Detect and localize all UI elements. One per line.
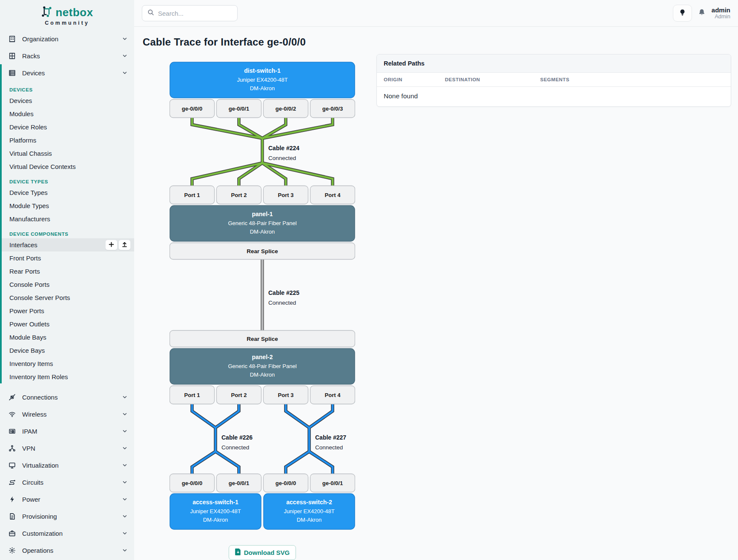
port-label: Port 1 — [184, 392, 200, 398]
sidebar-item-virtual-device-contexts[interactable]: Virtual Device Contexts — [2, 160, 134, 173]
port-label: ge-0/0/1 — [229, 106, 249, 112]
cable-label[interactable]: Cable #224 — [268, 145, 299, 151]
port-label: ge-0/0/1 — [229, 480, 249, 486]
sidebar-item-power-outlets[interactable]: Power Outlets — [2, 317, 134, 331]
cable-label[interactable]: Cable #225 — [268, 289, 299, 296]
sidebar-group-label: Circuits — [22, 479, 122, 486]
port-box-port-3[interactable]: Port 3 — [264, 186, 308, 204]
device-model: Juniper EX4200-48T — [237, 77, 287, 83]
notifications-button[interactable] — [698, 9, 706, 18]
sidebar-item-devices[interactable]: Devices — [2, 94, 134, 107]
user-menu[interactable]: admin Admin — [712, 6, 730, 20]
port-box-port-3[interactable]: Port 3 — [264, 386, 308, 404]
port-box-ge-0-0-0[interactable]: ge-0/0/0 — [170, 474, 215, 492]
chevron-down-icon — [122, 53, 127, 58]
wifi-icon — [9, 411, 16, 418]
sidebar-item-rear-ports[interactable]: Rear Ports — [2, 265, 134, 278]
sidebar-section-header: DEVICES — [2, 81, 134, 94]
sidebar-item-console-ports[interactable]: Console Ports — [2, 278, 134, 291]
port-box-ge-0-0-1[interactable]: ge-0/0/1 — [217, 474, 261, 492]
port-box-port-4[interactable]: Port 4 — [310, 386, 355, 404]
sidebar-item-modules[interactable]: Modules — [2, 107, 134, 120]
sidebar-group-label: Virtualization — [22, 462, 122, 469]
sidebar-item-console-server-ports[interactable]: Console Server Ports — [2, 291, 134, 304]
port-label: ge-0/0/3 — [322, 106, 343, 112]
sidebar-item-label: Module Types — [9, 202, 49, 209]
rack-icon — [9, 52, 16, 60]
import-interfaces-button[interactable] — [118, 240, 131, 250]
device-box-access-switch-1[interactable]: access-switch-1Juniper EX4200-48TDM-Akro… — [170, 494, 261, 529]
port-box-ge-0-0-0[interactable]: ge-0/0/0 — [170, 100, 215, 118]
device-site: DM-Akron — [203, 517, 228, 523]
cable-label[interactable]: Cable #227 — [315, 434, 346, 441]
sidebar-item-manufacturers[interactable]: Manufacturers — [2, 212, 134, 226]
device-box-panel-2[interactable]: panel-2Generic 48-Pair Fiber PanelDM-Akr… — [170, 349, 355, 384]
sidebar-item-module-types[interactable]: Module Types — [2, 199, 134, 212]
download-svg-button[interactable]: Download SVG — [229, 545, 296, 560]
sidebar-group-label: Devices — [22, 69, 122, 77]
sidebar-item-power-ports[interactable]: Power Ports — [2, 304, 134, 317]
username: admin — [712, 6, 730, 14]
port-box-port-1[interactable]: Port 1 — [170, 386, 215, 404]
sidebar-section-header: DEVICE TYPES — [2, 173, 134, 186]
cable-cable227: Cable #227Connected — [286, 404, 346, 474]
add-interface-button[interactable] — [105, 240, 118, 250]
sidebar-group-operations[interactable]: Operations — [0, 542, 134, 559]
sidebar-group-devices[interactable]: Devices — [2, 64, 134, 81]
port-box-port-2[interactable]: Port 2 — [217, 386, 261, 404]
sidebar-item-label: Inventory Items — [9, 360, 53, 367]
sidebar-group-label: Organization — [22, 35, 122, 43]
sidebar-group-ipam[interactable]: IPAM — [0, 423, 134, 440]
port-box-ge-0-0-1[interactable]: ge-0/0/1 — [217, 100, 261, 118]
rear-splice-box[interactable]: Rear Splice — [170, 243, 355, 260]
rear-splice-box[interactable]: Rear Splice — [170, 331, 355, 347]
port-box-ge-0-0-2[interactable]: ge-0/0/2 — [264, 100, 308, 118]
sidebar-group-virtualization[interactable]: Virtualization — [0, 457, 134, 474]
related-paths-header-row: OriginDestinationSegments — [377, 73, 731, 87]
chevron-down-icon — [122, 480, 127, 485]
device-model: Juniper EX4200-48T — [190, 508, 241, 514]
device-name: dist-switch-1 — [244, 67, 281, 74]
sidebar-group-circuits[interactable]: Circuits — [0, 474, 134, 491]
sidebar-group-power[interactable]: Power — [0, 491, 134, 508]
port-box-port-2[interactable]: Port 2 — [217, 186, 261, 204]
sidebar-item-device-roles[interactable]: Device Roles — [2, 120, 134, 134]
sidebar-item-platforms[interactable]: Platforms — [2, 134, 134, 147]
sidebar-item-module-bays[interactable]: Module Bays — [2, 331, 134, 344]
device-box-panel-1[interactable]: panel-1Generic 48-Pair Fiber PanelDM-Akr… — [170, 206, 355, 241]
sidebar-group-customization[interactable]: Customization — [0, 525, 134, 542]
port-box-ge-0-0-3[interactable]: ge-0/0/3 — [310, 100, 355, 118]
rear-splice-label: Rear Splice — [247, 336, 278, 342]
search-box[interactable] — [142, 5, 238, 21]
cable-label[interactable]: Cable #226 — [221, 434, 253, 441]
device-box-dist-switch-1[interactable]: dist-switch-1Juniper EX4200-48TDM-Akron — [170, 62, 355, 98]
plug-icon — [9, 394, 16, 401]
sidebar-item-inventory-items[interactable]: Inventory Items — [2, 357, 134, 370]
sidebar-item-virtual-chassis[interactable]: Virtual Chassis — [2, 147, 134, 160]
sidebar-group-organization[interactable]: Organization — [0, 30, 134, 47]
sidebar-group-vpn[interactable]: VPN — [0, 440, 134, 457]
port-box-port-4[interactable]: Port 4 — [310, 186, 355, 204]
sidebar-item-inventory-item-roles[interactable]: Inventory Item Roles — [2, 370, 134, 383]
sidebar-group-provisioning[interactable]: Provisioning — [0, 508, 134, 525]
sidebar-item-device-types[interactable]: Device Types — [2, 186, 134, 199]
device-box-access-switch-2[interactable]: access-switch-2Juniper EX4200-48TDM-Akro… — [264, 494, 355, 529]
sidebar-group-connections[interactable]: Connections — [0, 389, 134, 406]
sidebar-item-device-bays[interactable]: Device Bays — [2, 344, 134, 357]
port-box-ge-0-0-1[interactable]: ge-0/0/1 — [310, 474, 355, 492]
port-box-ge-0-0-0[interactable]: ge-0/0/0 — [264, 474, 308, 492]
port-box-port-1[interactable]: Port 1 — [170, 186, 215, 204]
sidebar-item-interfaces[interactable]: Interfaces — [2, 238, 134, 251]
brand[interactable]: netbox Community — [0, 0, 134, 30]
sidebar-item-front-ports[interactable]: Front Ports — [2, 251, 134, 265]
search-input[interactable] — [158, 10, 243, 17]
theme-toggle-button[interactable] — [673, 5, 692, 22]
cable-trace-diagram: Cable #224ConnectedCable #225ConnectedCa… — [169, 62, 355, 531]
sidebar-group-label: Provisioning — [22, 513, 122, 520]
sidebar-group-wireless[interactable]: Wireless — [0, 406, 134, 423]
device-model: Generic 48-Pair Fiber Panel — [228, 220, 296, 226]
device-site: DM-Akron — [297, 517, 322, 523]
sidebar-item-label: Front Ports — [9, 254, 41, 262]
chevron-down-icon — [122, 497, 127, 502]
sidebar-group-racks[interactable]: Racks — [0, 47, 134, 64]
